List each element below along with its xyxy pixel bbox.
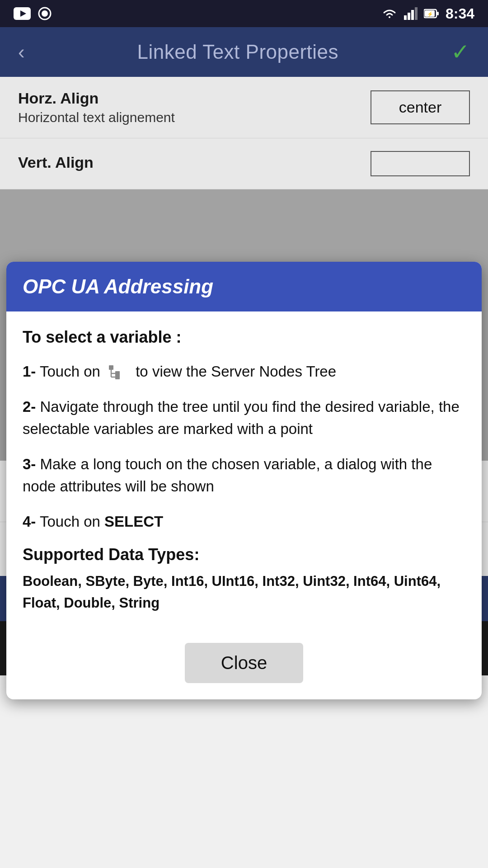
svg-rect-7 — [415, 7, 418, 20]
svg-text:⚡: ⚡ — [427, 11, 433, 17]
wifi-icon — [381, 7, 398, 20]
property-label-group: Horz. Align Horizontal text alignement — [18, 90, 371, 125]
svg-rect-6 — [411, 10, 414, 20]
dialog-step-1: 1- Touch on — [23, 360, 465, 383]
back-button[interactable]: ‹ — [18, 42, 25, 62]
page-title: Linked Text Properties — [137, 41, 339, 63]
step-1-text-before: Touch on — [40, 363, 104, 380]
dialog-close-area: Close — [6, 632, 482, 699]
svg-point-3 — [42, 10, 48, 17]
supported-data-types-title: Supported Data Types: — [23, 545, 465, 564]
app-bar: ‹ Linked Text Properties ✓ — [0, 27, 488, 77]
dialog-header: OPC UA Addressing — [6, 262, 482, 311]
step-1-number: 1- — [23, 363, 36, 380]
status-bar-right: ⚡ 8:34 — [381, 5, 474, 22]
property-value-vert[interactable] — [371, 151, 470, 176]
step-1-text-after: to view the Server Nodes Tree — [136, 363, 336, 380]
dialog-section-title: To select a variable : — [23, 328, 465, 347]
supported-data-types-list: Boolean, SByte, Byte, Int16, UInt16, Int… — [23, 571, 465, 614]
page-content: Horz. Align Horizontal text alignement c… — [0, 77, 488, 621]
property-row-vert-align: Vert. Align — [0, 138, 488, 189]
record-icon — [38, 7, 52, 20]
dialog-title: OPC UA Addressing — [23, 275, 465, 298]
step-3-text: Make a long touch on the chosen variable… — [23, 456, 432, 495]
property-desc-horz: Horizontal text alignement — [18, 110, 371, 125]
property-row-horz-align: Horz. Align Horizontal text alignement c… — [0, 77, 488, 138]
svg-rect-4 — [404, 15, 407, 20]
tree-icon — [108, 364, 128, 381]
svg-rect-12 — [109, 365, 113, 370]
property-label-group-vert: Vert. Align — [18, 154, 371, 174]
svg-rect-18 — [115, 375, 120, 379]
property-title-vert: Vert. Align — [18, 154, 371, 171]
property-value-horz[interactable]: center — [371, 90, 470, 124]
time-display: 8:34 — [446, 5, 474, 22]
dialog-container: OPC UA Addressing To select a variable :… — [0, 189, 488, 461]
dialog-step-3: 3- Make a long touch on the chosen varia… — [23, 453, 465, 498]
step-2-text: Navigate through the tree until you find… — [23, 398, 460, 438]
dialog-step-4: 4- Touch on SELECT — [23, 510, 465, 533]
property-title-horz: Horz. Align — [18, 90, 371, 107]
step-4-number: 4- — [23, 513, 36, 530]
status-bar: ⚡ 8:34 — [0, 0, 488, 27]
step-3-number: 3- — [23, 456, 36, 472]
signal-icon — [404, 7, 418, 20]
opc-ua-dialog: OPC UA Addressing To select a variable :… — [6, 262, 482, 699]
youtube-icon — [14, 7, 31, 20]
dialog-body: To select a variable : 1- Touch on — [6, 311, 482, 614]
step-4-select-word: SELECT — [104, 513, 163, 530]
dialog-step-2: 2- Navigate through the tree until you f… — [23, 396, 465, 440]
svg-rect-5 — [408, 13, 410, 20]
close-button[interactable]: Close — [185, 643, 303, 683]
svg-rect-9 — [437, 12, 439, 15]
step-4-text-before: Touch on — [40, 513, 104, 530]
step-2-number: 2- — [23, 398, 36, 415]
confirm-button[interactable]: ✓ — [451, 41, 470, 63]
battery-icon: ⚡ — [424, 9, 439, 19]
status-bar-left — [14, 7, 52, 20]
